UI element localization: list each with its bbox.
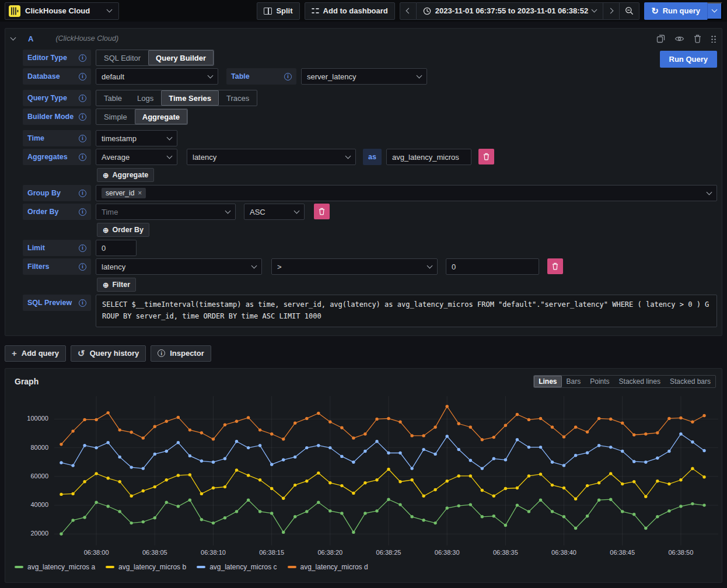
add-query-button[interactable]: + Add query [5,345,66,362]
legend-label: avg_latency_micros c [209,563,277,571]
info-icon[interactable] [79,208,86,216]
legend-item[interactable]: avg_latency_micros d [288,563,368,571]
table-select[interactable]: server_latency [301,68,427,85]
duplicate-query-icon[interactable] [656,34,665,43]
datasource-picker[interactable]: ClickHouse Cloud [5,2,119,20]
plus-icon: + [12,349,17,358]
split-button[interactable]: Split [257,2,299,20]
info-icon[interactable] [79,299,86,307]
mode-lines[interactable]: Lines [534,376,561,387]
clickhouse-logo-icon [9,5,20,17]
mode-points[interactable]: Points [585,376,614,387]
database-select[interactable]: default [96,68,218,85]
legend-color-dash [15,566,23,568]
add-order-by-button[interactable]: ⊕ Order By [97,223,149,237]
option-table[interactable]: Table [96,90,130,106]
latency-chart[interactable] [54,396,718,545]
group-by-select[interactable]: server_id × [96,185,717,201]
remove-filter-button[interactable] [547,258,563,274]
inspector-button[interactable]: Inspector [151,345,211,362]
info-icon[interactable] [79,94,86,102]
order-by-label: Order By [23,204,91,220]
chevron-down-icon [707,189,712,195]
add-filter-button[interactable]: ⊕ Filter [97,278,136,292]
as-badge: as [363,149,382,165]
option-sql-editor[interactable]: SQL Editor [96,50,148,65]
chevron-down-icon [251,262,257,268]
add-to-dashboard-button[interactable]: Add to dashboard [305,2,395,20]
info-icon[interactable] [79,54,86,62]
remove-aggregate-button[interactable] [478,149,494,164]
aggregate-column-select[interactable]: latency [187,149,356,165]
option-aggregate[interactable]: Aggregate [135,109,187,124]
run-query-split-button: ↻ Run query [644,2,722,20]
table-label: Table [226,68,296,85]
collapse-chevron-icon[interactable] [11,34,16,40]
run-query-button[interactable]: ↻ Run query [644,2,707,20]
mode-stacked-bars[interactable]: Stacked bars [665,376,715,387]
limit-label: Limit [23,240,91,256]
mode-stacked-lines[interactable]: Stacked lines [614,376,665,387]
time-shift-back-button[interactable] [400,2,417,20]
time-range-text: 2023-11-01 06:37:55 to 2023-11-01 06:38:… [435,6,588,15]
run-query-dropdown-button[interactable] [707,2,722,20]
zoom-out-button[interactable] [620,2,639,20]
filter-operator-select[interactable]: > [271,258,438,275]
remove-order-by-button[interactable] [314,204,330,219]
time-picker-group: 2023-11-01 06:37:55 to 2023-11-01 06:38:… [400,2,639,20]
order-by-direction-select[interactable]: ASC [244,204,305,220]
limit-input[interactable]: 0 [96,240,137,256]
legend-item[interactable]: avg_latency_micros a [15,563,95,571]
aggregate-alias-input[interactable]: avg_latency_micros [386,149,471,165]
option-traces[interactable]: Traces [219,90,257,106]
chevron-left-icon [406,8,411,14]
sql-preview-text: SELECT $__timeInterval(timestamp) as tim… [96,295,717,327]
info-icon[interactable] [79,135,86,142]
y-tick-label: 80000 [30,444,48,451]
info-icon[interactable] [79,244,86,252]
display-mode-group: Lines Bars Points Stacked lines Stacked … [533,375,716,388]
builder-mode-label: Builder Mode [23,108,91,125]
order-by-field-select[interactable]: Time [96,204,236,220]
query-history-button[interactable]: ↺ Query history [71,345,146,362]
time-shift-forward-button[interactable] [603,2,620,20]
remove-chip-icon[interactable]: × [138,189,142,197]
series-avg_latency_micros-c [60,432,705,470]
option-query-builder[interactable]: Query Builder [148,50,214,65]
option-simple[interactable]: Simple [96,109,135,124]
aggregate-function-select[interactable]: Average [96,149,177,165]
series-avg_latency_micros-a [60,498,705,536]
filter-value-input[interactable]: 0 [446,258,539,275]
plot-region[interactable] [54,396,718,545]
panel-run-query-button[interactable]: Run Query [660,51,717,68]
editor-type-segmented: SQL Editor Query Builder [96,50,214,66]
plus-circle-icon: ⊕ [103,226,109,235]
info-icon[interactable] [79,153,86,161]
clock-icon [423,7,431,15]
mode-bars[interactable]: Bars [562,376,586,387]
time-range-button[interactable]: 2023-11-01 06:37:55 to 2023-11-01 06:38:… [417,2,603,20]
hide-query-eye-icon[interactable] [674,35,684,43]
info-icon[interactable] [79,113,86,121]
info-icon[interactable] [79,73,86,80]
info-icon[interactable] [79,190,86,197]
trash-icon [483,153,490,160]
filters-row: Filters latency > 0 [23,258,717,275]
chevron-down-icon [167,153,173,159]
info-icon[interactable] [284,73,292,80]
option-logs[interactable]: Logs [130,90,161,106]
info-icon[interactable] [79,263,86,271]
option-time-series[interactable]: Time Series [161,90,219,106]
time-column-select[interactable]: timestamp [96,130,177,146]
drag-handle-icon[interactable] [711,34,716,43]
builder-mode-segmented: Simple Aggregate [96,108,188,125]
chevron-down-icon [427,262,433,268]
top-bar: ClickHouse Cloud Split Add to dashboard … [0,0,727,22]
legend-item[interactable]: avg_latency_micros c [197,563,277,571]
delete-query-trash-icon[interactable] [694,34,701,43]
series-avg_latency_micros-d [60,405,705,446]
filters-label: Filters [23,258,91,275]
add-aggregate-button[interactable]: ⊕ Aggregate [97,168,154,182]
legend-item[interactable]: avg_latency_micros b [106,563,186,571]
filter-field-select[interactable]: latency [96,258,262,275]
